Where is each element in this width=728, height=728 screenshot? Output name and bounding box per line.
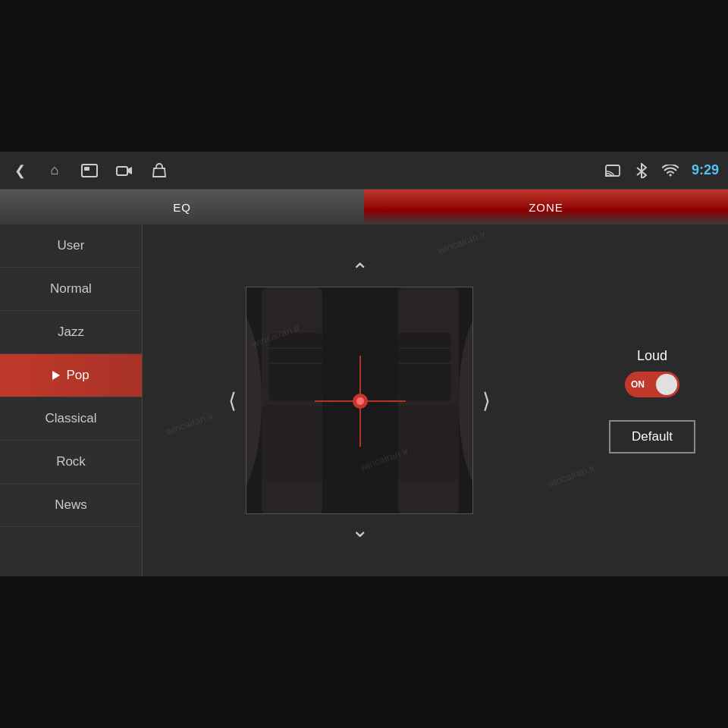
bluetooth-icon[interactable] <box>631 160 652 181</box>
back-icon[interactable]: ❮ <box>9 160 30 181</box>
top-bar-right: 9:29 <box>602 160 719 181</box>
watermark-1: wincairan.ir <box>164 410 215 438</box>
svg-rect-11 <box>269 333 322 401</box>
tab-zone[interactable]: ZONE <box>364 190 728 224</box>
right-arrow[interactable]: ⟩ <box>482 388 491 413</box>
home-icon[interactable]: ⌂ <box>44 160 65 181</box>
normal-label: Normal <box>50 281 92 297</box>
sidebar-item-news[interactable]: News <box>0 484 142 527</box>
car-image[interactable] <box>246 287 473 514</box>
tab-eq[interactable]: EQ <box>0 190 364 224</box>
news-label: News <box>55 497 87 513</box>
svg-rect-13 <box>262 405 322 481</box>
car-interior-svg <box>246 287 473 514</box>
svg-point-23 <box>356 397 364 405</box>
play-icon <box>52 371 60 380</box>
car-zone-wrapper: ⟨ <box>228 287 491 514</box>
center-area: ⌃ ⟨ <box>143 224 576 576</box>
down-arrow[interactable]: ⌄ <box>351 517 369 542</box>
toggle-on-label: ON <box>631 379 645 390</box>
up-arrow[interactable]: ⌃ <box>351 259 369 284</box>
camera-icon[interactable] <box>114 160 135 181</box>
right-panel: Loud ON Default <box>576 224 728 576</box>
top-bar: ❮ ⌂ <box>0 152 728 190</box>
default-button[interactable]: Default <box>609 420 695 453</box>
svg-rect-1 <box>84 167 89 171</box>
sidebar-item-jazz[interactable]: Jazz <box>0 311 142 354</box>
bag-icon[interactable] <box>149 160 170 181</box>
main-content: User Normal Jazz Pop Classical Rock <box>0 224 728 576</box>
left-arrow[interactable]: ⟨ <box>228 388 237 413</box>
sidebar-item-classical[interactable]: Classical <box>0 397 142 441</box>
svg-rect-2 <box>117 167 127 175</box>
wifi-icon[interactable] <box>660 160 681 181</box>
sidebar: User Normal Jazz Pop Classical Rock <box>0 224 143 576</box>
loud-section: Loud ON <box>625 348 679 397</box>
jazz-label: Jazz <box>58 325 84 340</box>
loud-label: Loud <box>637 348 667 364</box>
sidebar-item-pop[interactable]: Pop <box>0 354 142 397</box>
sidebar-item-rock[interactable]: Rock <box>0 441 142 484</box>
tab-bar: EQ ZONE <box>0 190 728 224</box>
sidebar-item-normal[interactable]: Normal <box>0 268 142 311</box>
svg-rect-0 <box>82 165 97 177</box>
svg-rect-12 <box>398 333 451 401</box>
rock-label: Rock <box>56 454 86 469</box>
classical-label: Classical <box>45 411 96 426</box>
window-icon[interactable] <box>79 160 100 181</box>
top-bar-left: ❮ ⌂ <box>9 160 588 181</box>
user-label: User <box>58 238 85 253</box>
cast-icon[interactable] <box>602 160 623 181</box>
sidebar-item-user[interactable]: User <box>0 224 142 268</box>
svg-rect-14 <box>398 405 459 481</box>
svg-point-5 <box>605 174 607 177</box>
loud-toggle[interactable]: ON <box>625 372 679 397</box>
time-display: 9:29 <box>692 162 719 178</box>
pop-label: Pop <box>66 368 89 383</box>
toggle-knob <box>656 374 677 395</box>
